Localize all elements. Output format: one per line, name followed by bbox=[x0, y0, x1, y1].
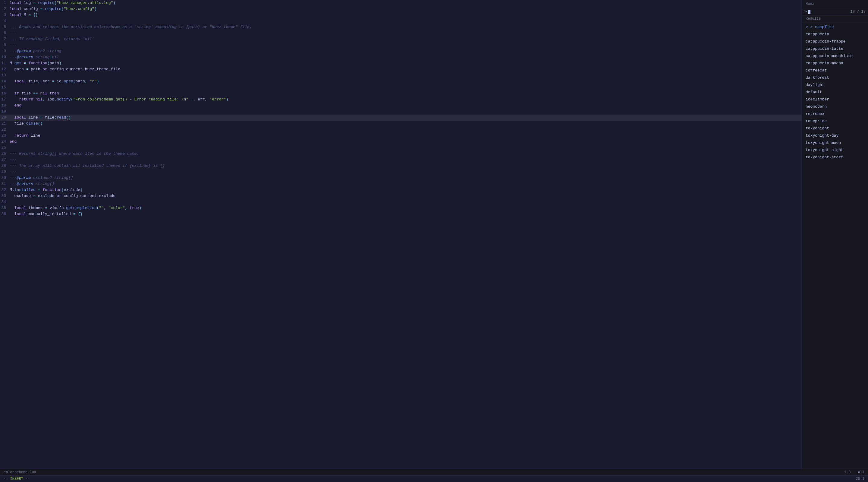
code-line-33: 33 exclude = exclude or config.current.e… bbox=[0, 193, 802, 199]
result-item[interactable]: iceclimber bbox=[802, 96, 868, 103]
code-line-7: 7 --- If reading failed, returns `nil` bbox=[0, 36, 802, 42]
code-line-30: 30 ---@param exclude? string[] bbox=[0, 175, 802, 181]
search-input[interactable] bbox=[808, 9, 850, 14]
code-line-27: 27 --- bbox=[0, 157, 802, 163]
search-bar[interactable]: > 19 / 19 bbox=[802, 8, 868, 16]
result-item[interactable]: tokyonight-night bbox=[802, 147, 868, 154]
code-line-26: 26 --- Returns string[] where each item … bbox=[0, 151, 802, 157]
code-line-6: 6 --- bbox=[0, 30, 802, 36]
code-line-3: 3 local M = {} bbox=[0, 12, 802, 18]
code-line-23: 23 return line bbox=[0, 133, 802, 139]
result-item[interactable]: catppuccin bbox=[802, 31, 868, 38]
code-line-15: 15 bbox=[0, 84, 802, 90]
code-line-34: 34 bbox=[0, 199, 802, 205]
code-editor[interactable]: 1 local log = require("huez-manager.util… bbox=[0, 0, 802, 469]
result-item[interactable]: tokyonight-moon bbox=[802, 139, 868, 147]
result-item[interactable]: roseprime bbox=[802, 118, 868, 125]
code-line-10: 10 ---@return string|nil bbox=[0, 54, 802, 60]
code-line-31: 31 ---@return string[] bbox=[0, 181, 802, 187]
code-line-14: 14 local file, err = io.open(path, "r") bbox=[0, 79, 802, 84]
result-item[interactable]: daylight bbox=[802, 81, 868, 89]
code-line-1: 1 local log = require("huez-manager.util… bbox=[0, 0, 802, 6]
cursor-position: 20:1 bbox=[856, 477, 864, 481]
status-filename: colorscheme.lua bbox=[4, 470, 844, 475]
code-line-20: 20 local line = file:read() bbox=[0, 115, 802, 121]
results-list[interactable]: > campfire catppuccin catppuccin-frappe … bbox=[802, 22, 868, 469]
code-line-24: 24 end bbox=[0, 139, 802, 145]
code-line-5: 5 --- Reads and returns the persisted co… bbox=[0, 24, 802, 30]
status-bar: colorscheme.lua 1,3 All bbox=[0, 469, 868, 475]
result-item[interactable]: darkforest bbox=[802, 74, 868, 81]
code-line-12: 12 path = path or config.current.huez_th… bbox=[0, 66, 802, 73]
huez-panel: Huez > 19 / 19 Results > campfire catppu… bbox=[802, 0, 868, 469]
code-line-29: 29 --- bbox=[0, 169, 802, 175]
result-item[interactable]: > campfire bbox=[802, 24, 868, 31]
scroll-percent: All bbox=[858, 470, 864, 475]
result-item[interactable]: catppuccin-mocha bbox=[802, 60, 868, 67]
code-line-22: 22 bbox=[0, 127, 802, 133]
result-item[interactable]: tokyonight-day bbox=[802, 132, 868, 139]
status-right: 1,3 All bbox=[844, 470, 864, 475]
result-item[interactable]: retrobox bbox=[802, 110, 868, 118]
result-item[interactable]: default bbox=[802, 89, 868, 96]
code-line-16: 16 if file == nil then bbox=[0, 90, 802, 96]
code-line-18: 18 end bbox=[0, 103, 802, 109]
code-line-36: 36 local manually_installed = {} bbox=[0, 211, 802, 217]
code-line-8: 8 --- bbox=[0, 42, 802, 48]
code-line-13: 13 bbox=[0, 73, 802, 79]
search-prompt: > bbox=[804, 9, 807, 14]
mode-bar: -- INSERT -- 20:1 bbox=[0, 475, 868, 482]
result-item[interactable]: tokyonight bbox=[802, 125, 868, 132]
search-count: 19 / 19 bbox=[850, 10, 866, 14]
result-item[interactable]: catppuccin-frappe bbox=[802, 38, 868, 45]
panel-header: Huez bbox=[802, 0, 868, 8]
cursor-line-col: 1,3 bbox=[844, 470, 851, 475]
result-item[interactable]: catppuccin-latte bbox=[802, 45, 868, 53]
code-line-9: 9 ---@param path? string bbox=[0, 48, 802, 54]
result-item[interactable]: tokyonight-storm bbox=[802, 154, 868, 161]
editor-mode: -- INSERT -- bbox=[4, 477, 30, 481]
code-line-21: 21 file:close() bbox=[0, 121, 802, 127]
code-line-2: 2 local config = require("huez.config") bbox=[0, 6, 802, 12]
code-line-4: 4 bbox=[0, 18, 802, 24]
result-item[interactable]: neomodern bbox=[802, 103, 868, 110]
results-label: Results bbox=[802, 16, 868, 22]
code-line-28: 28 --- The array will contain all instal… bbox=[0, 163, 802, 169]
panel-title: Huez bbox=[806, 2, 814, 6]
result-item[interactable]: coffeecat bbox=[802, 67, 868, 74]
code-line-17: 17 return nil, log.notify("From colorsch… bbox=[0, 96, 802, 103]
code-line-35: 35 local themes = vim.fn.getcompletion("… bbox=[0, 205, 802, 211]
code-line-32: 32 M.installed = function(exclude) bbox=[0, 187, 802, 193]
result-item[interactable]: catppuccin-macchiato bbox=[802, 53, 868, 60]
code-line-19: 19 bbox=[0, 109, 802, 115]
code-line-25: 25 bbox=[0, 145, 802, 151]
code-line-11: 11 M.get = function(path) bbox=[0, 60, 802, 66]
